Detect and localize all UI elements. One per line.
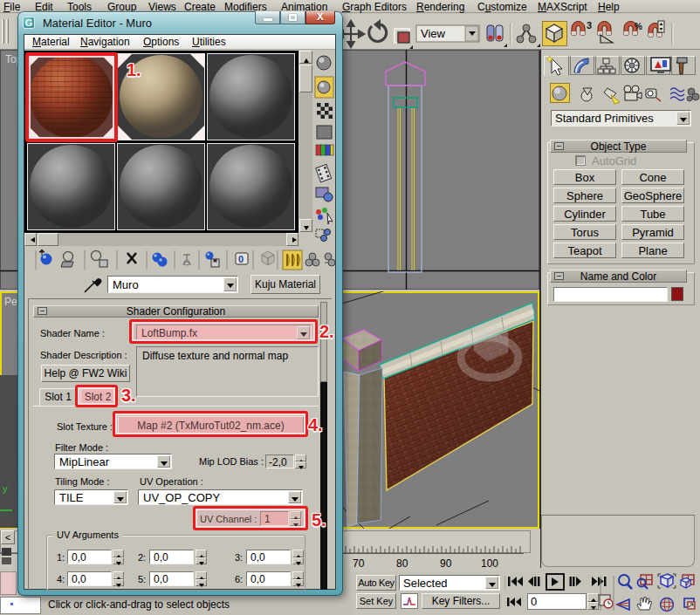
- svg-text:View: View: [421, 27, 446, 40]
- svg-text:y: y: [3, 483, 8, 494]
- svg-text:0: 0: [238, 254, 244, 264]
- svg-text:3: 3: [587, 20, 592, 31]
- svg-text:%: %: [635, 22, 642, 31]
